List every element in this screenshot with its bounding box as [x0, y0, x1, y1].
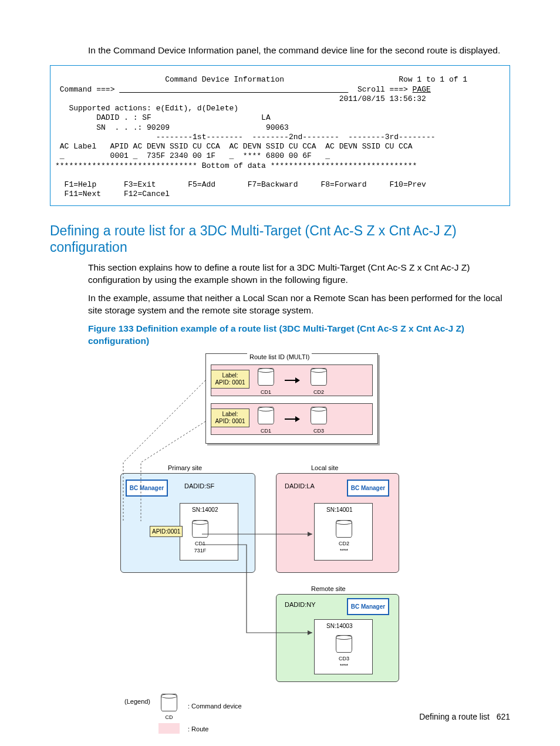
term-supported: Supported actions: e(Edit), d(Delete)	[69, 104, 238, 113]
terminal-panel: Command Device Information Row 1 to 1 of…	[50, 65, 510, 205]
term-scroll-val[interactable]: PAGE	[413, 85, 431, 94]
route-tag2-l1: Label:	[222, 411, 238, 417]
intro-text: In the Command Device Information panel,…	[88, 45, 510, 57]
term-data: _ 0001 _ 735F 2340 00 1F _ **** 6800 00 …	[55, 151, 330, 160]
term-timestamp: 2011/08/15 13:56:32	[339, 94, 426, 103]
term-sn-la: 90063	[266, 123, 289, 132]
term-title: Command Device Information	[165, 75, 284, 84]
paragraph-1: This section explains how to define a ro…	[88, 262, 510, 286]
term-sn: SN . . .: 90209	[96, 123, 170, 132]
route-tag1-l2: APID: 0001	[215, 379, 245, 386]
arrow-icon	[285, 377, 300, 383]
route-tag-2: Label: APID: 0001	[211, 409, 249, 427]
section-heading: Defining a route list for a 3DC Multi-Ta…	[50, 222, 510, 256]
route-list-id: Route list ID (MULTI)	[247, 353, 312, 361]
route-row-1: Label: APID: 0001 CD1 CD2	[211, 364, 373, 396]
route-tag2-l2: APID: 0001	[215, 418, 245, 424]
term-cmd-input[interactable]	[119, 85, 348, 94]
route-list-box: Route list ID (MULTI) Label: APID: 0001 …	[205, 353, 378, 444]
term-dadid-la: LA	[261, 113, 271, 122]
term-bottom: ******************************* Bottom o…	[55, 161, 417, 170]
page-footer: Defining a route list 621	[419, 711, 510, 723]
paragraph-2: In the example, assume that neither a Lo…	[88, 292, 510, 317]
route1-cd2: CD2	[306, 368, 331, 396]
footer-label: Defining a route list	[419, 712, 490, 721]
term-dadid: DADID . : SF	[96, 113, 151, 122]
route-row-2: Label: APID: 0001 CD1 CD3	[211, 403, 373, 435]
figure-caption: Figure 133 Definition example of a route…	[88, 323, 510, 347]
term-rowinfo: Row 1 to 1 of 1	[399, 75, 467, 84]
footer-page: 621	[497, 712, 510, 721]
term-scroll-label: Scroll ===>	[357, 85, 408, 94]
svg-marker-1	[308, 532, 312, 536]
term-fkeys2: F11=Next F12=Cancel	[55, 190, 170, 198]
terminal-content: Command Device Information Row 1 to 1 of…	[55, 75, 505, 199]
route-tag1-l1: Label:	[222, 372, 238, 379]
term-cmd-label: Command ===>	[60, 85, 115, 94]
route2-cd3: CD3	[306, 407, 331, 434]
term-fkeys1: F1=Help F3=Exit F5=Add F7=Backward F8=Fo…	[55, 180, 426, 189]
svg-marker-2	[308, 630, 312, 635]
term-dash: --------1st-------- --------2nd-------- …	[156, 133, 436, 141]
term-colhead: AC Label APID AC DEVN SSID CU CCA AC DEV…	[55, 142, 413, 151]
route-tag-1: Label: APID: 0001	[211, 370, 249, 389]
route1-cd1: CD1	[254, 368, 278, 396]
figure-diagram: Route list ID (MULTI) Label: APID: 0001 …	[88, 351, 417, 744]
arrow-icon	[285, 416, 300, 422]
route2-cd1: CD1	[254, 407, 278, 434]
